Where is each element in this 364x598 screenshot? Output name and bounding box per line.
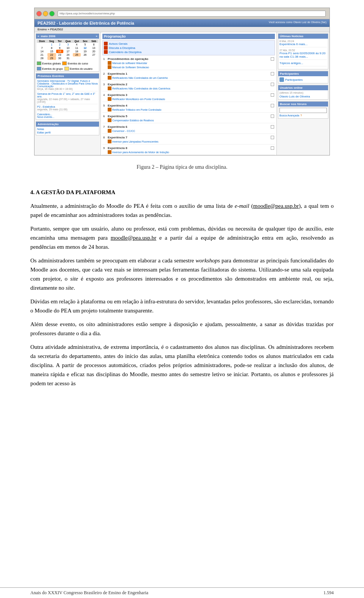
sub-label[interactable]: Retificadores Não Controlados de dois Ca… (112, 87, 170, 90)
sub-label[interactable]: Inversor para Acionamento de Motor de In… (112, 151, 169, 154)
topic-sub: Manual do software Wavestar (108, 61, 270, 65)
cal-cell: 3 (63, 43, 72, 46)
topic-checkbox[interactable] (271, 125, 274, 129)
admin-notas[interactable]: Notas (37, 128, 98, 130)
cal-cell: 7 (37, 46, 47, 50)
admin-content: Notas Editar perfil (36, 127, 99, 135)
usuarios-online-title: Usuários online (280, 86, 303, 89)
cal-cell: 5 (81, 43, 89, 46)
link-item: Calendário da Disciplina (104, 50, 273, 54)
evento-date: segunda, 22 maio (07:00) » sábado, 27 ma… (37, 98, 98, 103)
forum-icon (104, 50, 108, 54)
nav-path: Ensino » PEA2502 (38, 28, 63, 31)
cal-th-seg: Seg (47, 39, 56, 43)
legend-orange-box (62, 61, 67, 65)
topic-checkbox[interactable] (271, 57, 274, 61)
online-sub: (últimos 15 minutos) (279, 91, 327, 94)
news-title-2[interactable]: Prova P1 será 02/05/2006 às 9:20 na sala… (279, 52, 327, 58)
cal-cell: 24 (63, 53, 72, 57)
cal-th-sab: Sáb (89, 39, 98, 43)
forum-icon (104, 46, 108, 50)
moodle-sidebar-left: « maio 2006 » Dom Seg Ter (35, 32, 101, 155)
admin-title: Administração (38, 122, 59, 126)
user-info: Você acessou como Otavio Luiz de Oliveir… (269, 21, 326, 24)
help-icon[interactable]: ? (300, 114, 302, 117)
moodle-content: « maio 2006 » Dom Seg Ter (35, 32, 329, 155)
usuarios-online-block: Usuários online (últimos 15 minutos) Ota… (278, 85, 328, 100)
topic-checkbox[interactable] (271, 104, 274, 107)
topic-6: 6 Experiência 5 Compensador Estático de … (102, 114, 275, 123)
link-item: Avisos Gerais (104, 42, 273, 46)
calendario-link[interactable]: Calendário da Disciplina (109, 50, 141, 54)
doc-icon (108, 108, 111, 111)
disciplina-link[interactable]: Discuta a Disciplina (109, 46, 135, 50)
news-date-1: 8 Mai, 23:24 (279, 40, 327, 42)
cal-cell: 16 (56, 50, 63, 53)
topic-num: 4 (103, 93, 108, 97)
sub-label[interactable]: Retificador Monofásico em Ponte Controla… (112, 98, 165, 100)
evento-title: Seminário Internacional : TV Digital: Fu… (37, 80, 98, 88)
topic-checkbox[interactable] (271, 93, 274, 97)
topic-content: Experiência 7 Inversor para Lâmpadas Flu… (108, 136, 270, 143)
topic-sub: Inversor para Acionamento de Motor de In… (108, 150, 270, 154)
search-input[interactable] (279, 108, 327, 113)
calendario-link[interactable]: Calendário... (37, 113, 98, 116)
avisos-link[interactable]: Avisos Gerais (109, 42, 127, 46)
paragraph-3: Os administradores também se preocupam e… (30, 256, 334, 292)
cal-cell: 17 (63, 50, 72, 53)
topic-content: Experiência 8 Inversor para Acionamento … (108, 146, 270, 154)
legend-blue-box (37, 67, 41, 71)
topic-title: Experiência 5 (108, 115, 270, 118)
online-user[interactable]: Otavio Luis de Oliveira (279, 95, 327, 98)
topic-sub: Conversor - CC/CC (108, 129, 270, 133)
doc-icon (108, 140, 111, 143)
news-title-3[interactable]: Tópicos antigos... (279, 61, 327, 65)
sub-label[interactable]: Conversor - CC/CC (112, 130, 135, 132)
forum-icon (104, 42, 108, 46)
news-item-3: Tópicos antigos... (279, 61, 327, 66)
paragraph-6: Outra atividade administrativa, de extre… (30, 342, 334, 388)
calendar-header: « maio 2006 » (36, 34, 99, 39)
sub-label[interactable]: Inversor para Lâmpadas Fluorescentes (112, 140, 158, 143)
topic-title: Experiência 2 (108, 83, 270, 86)
admin-editar[interactable]: Editar perfil (37, 131, 98, 134)
page-wrapper: http://pea.usp.br/moodle/course/view.php… (0, 0, 364, 598)
noticias-header: Últimas Notícias (278, 34, 328, 39)
email-link-1[interactable]: moodle@pea.usp.br (253, 203, 299, 209)
news-title-1[interactable]: Experiência 6 mais... (279, 42, 327, 46)
moodle-sidebar-right: Últimas Notícias 8 Mai, 23:24 Experiênci… (276, 32, 329, 155)
busca-avancada-link[interactable]: Busca Avançada (279, 114, 299, 117)
sub-label[interactable]: Manual do software Wavestar (112, 62, 147, 64)
novo-evento-link[interactable]: Novo evento... (37, 116, 98, 118)
cal-cell: 26 (81, 53, 89, 57)
participantes-link[interactable]: Participantes (285, 78, 303, 82)
topic-checkbox[interactable] (271, 83, 274, 86)
participantes-title: Participantes (280, 72, 299, 75)
cal-cell: 6 (89, 43, 98, 46)
cal-cell: 20 (89, 50, 98, 53)
topic-content: Experiência 6 Conversor - CC/CC (108, 125, 270, 133)
sub-label[interactable]: Manual do Software Simulacao (112, 66, 149, 69)
cal-th-sex: Sex (81, 39, 89, 43)
topic-checkbox[interactable] (271, 115, 274, 118)
participants-icon (279, 77, 284, 82)
usuarios-online-header: Usuários online (278, 85, 328, 90)
topic-checkbox[interactable] (271, 72, 274, 75)
sub-label[interactable]: Retificadores Não Controlados de um Cami… (112, 77, 168, 79)
cal-cell: 9 (56, 46, 63, 50)
programacao-header: Programação (102, 34, 275, 39)
cal-cell: 15 (47, 50, 56, 53)
evento-item: P2 - Estatística segunda, 29 maio (11:00… (37, 105, 98, 112)
sub-label[interactable]: Retificador Trifásico em Ponte Controlad… (112, 108, 162, 111)
sub-label[interactable]: Compensador Estático de Reativos (112, 119, 154, 122)
section-number: 4. (30, 189, 35, 195)
admin-block: Administração Notas Editar perfil (36, 121, 99, 135)
calendar-content: Dom Seg Ter Qua Qui Sex Sáb (36, 39, 99, 71)
email-link-2[interactable]: moodle@pea.usp.br (111, 235, 156, 241)
footer-right: 1.594 (323, 590, 334, 596)
topic-checkbox[interactable] (271, 136, 274, 139)
buscar-content: Busca Avançada ? (278, 107, 328, 118)
topic-checkbox[interactable] (271, 146, 274, 150)
topic-sub: Compensador Estático de Reativos (108, 118, 270, 122)
italic-site-1: site (70, 276, 78, 282)
